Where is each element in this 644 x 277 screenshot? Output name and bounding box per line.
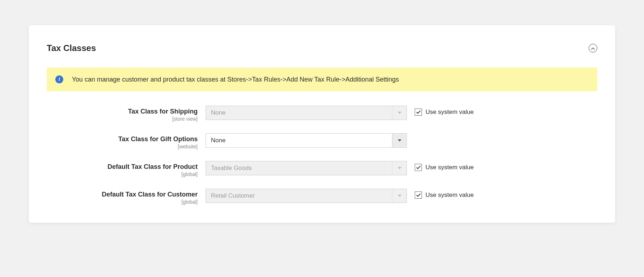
select-shipping-tax-class: None bbox=[206, 106, 407, 120]
label-col: Default Tax Class for Customer [global] bbox=[47, 189, 198, 205]
field-row-default-product: Default Tax Class for Product [global] T… bbox=[47, 161, 594, 177]
field-row-gift-options: Tax Class for Gift Options [website] Non… bbox=[47, 133, 594, 149]
field-scope: [global] bbox=[47, 171, 198, 177]
use-system-value-group: Use system value bbox=[415, 189, 474, 199]
check-icon bbox=[416, 109, 421, 116]
use-system-value-checkbox[interactable] bbox=[415, 164, 422, 171]
field-scope: [global] bbox=[47, 199, 198, 205]
select-default-product-tax-class: Taxable Goods bbox=[206, 161, 407, 175]
panel-title: Tax Classes bbox=[47, 43, 96, 53]
field-scope: [store view] bbox=[47, 116, 198, 122]
check-icon bbox=[416, 191, 421, 199]
tax-classes-panel: Tax Classes i You can manage customer an… bbox=[29, 25, 615, 223]
label-col: Default Tax Class for Product [global] bbox=[47, 161, 198, 177]
use-system-value-checkbox[interactable] bbox=[415, 191, 422, 199]
chevron-down-icon bbox=[392, 134, 406, 147]
select-value: Taxable Goods bbox=[206, 161, 392, 175]
field-row-shipping: Tax Class for Shipping [store view] None bbox=[47, 106, 594, 122]
use-system-value-label: Use system value bbox=[426, 109, 474, 116]
chevron-up-icon bbox=[591, 45, 595, 52]
chevron-down-icon bbox=[392, 189, 406, 203]
info-icon: i bbox=[55, 75, 63, 83]
chevron-down-icon bbox=[392, 106, 406, 120]
info-message: You can manage customer and product tax … bbox=[72, 76, 399, 83]
use-system-value-label: Use system value bbox=[426, 191, 474, 199]
select-default-customer-tax-class: Retail Customer bbox=[206, 189, 407, 203]
field-row-default-customer: Default Tax Class for Customer [global] … bbox=[47, 189, 594, 205]
field-label: Tax Class for Gift Options bbox=[47, 135, 198, 143]
check-icon bbox=[416, 164, 421, 171]
collapse-toggle[interactable] bbox=[589, 44, 597, 52]
field-label: Default Tax Class for Customer bbox=[47, 191, 198, 198]
select-value: Retail Customer bbox=[206, 189, 392, 203]
use-system-value-group: Use system value bbox=[415, 106, 474, 116]
panel-header: Tax Classes bbox=[47, 43, 597, 53]
form-rows: Tax Class for Shipping [store view] None bbox=[47, 106, 597, 205]
select-gift-options-tax-class[interactable]: None bbox=[206, 133, 407, 148]
info-banner: i You can manage customer and product ta… bbox=[47, 68, 597, 91]
use-system-value-group: Use system value bbox=[415, 161, 474, 171]
use-system-value-checkbox[interactable] bbox=[415, 109, 422, 116]
label-col: Tax Class for Gift Options [website] bbox=[47, 133, 198, 149]
use-system-value-label: Use system value bbox=[426, 164, 474, 171]
field-scope: [website] bbox=[47, 144, 198, 149]
field-label: Default Tax Class for Product bbox=[47, 163, 198, 171]
select-value: None bbox=[206, 134, 392, 147]
select-value: None bbox=[206, 106, 392, 120]
label-col: Tax Class for Shipping [store view] bbox=[47, 106, 198, 122]
field-label: Tax Class for Shipping bbox=[47, 108, 198, 115]
chevron-down-icon bbox=[392, 161, 406, 175]
